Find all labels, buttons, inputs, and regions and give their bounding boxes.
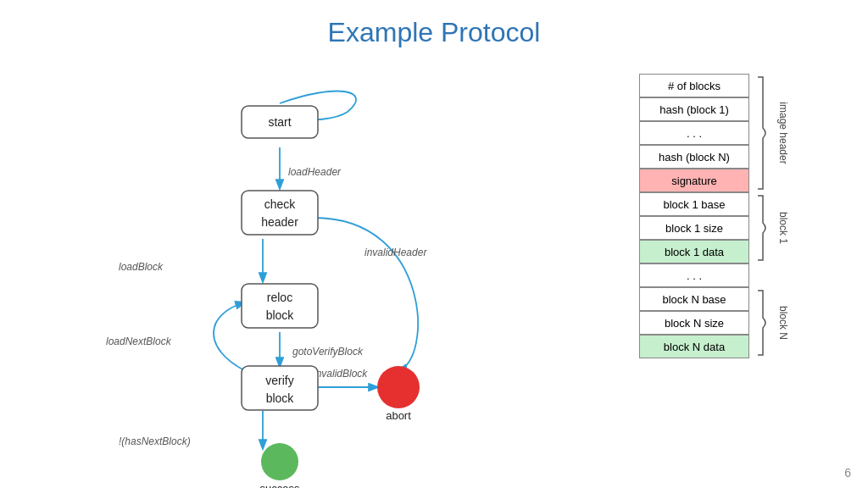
brace-label-block-1: block 1 xyxy=(777,212,789,244)
block-row-8: . . . xyxy=(639,263,749,287)
content-area: loadHeader loadBlock gotoVerifyBlock loa… xyxy=(34,57,834,472)
slide: Example Protocol loadHeader loadBlock xyxy=(0,0,868,488)
svg-point-25 xyxy=(261,443,298,480)
brace-block-N xyxy=(758,291,765,355)
block-row-4: signature xyxy=(639,169,749,192)
brace-image-header xyxy=(758,77,765,189)
block-row-3: hash (block N) xyxy=(639,145,749,169)
blocks-column: # of blockshash (block 1). . .hash (bloc… xyxy=(639,74,749,358)
fsm-svg: loadHeader loadBlock gotoVerifyBlock loa… xyxy=(34,57,475,472)
svg-text:verify: verify xyxy=(265,374,293,387)
svg-text:loadHeader: loadHeader xyxy=(288,166,342,178)
block-row-6: block 1 size xyxy=(639,216,749,240)
brace-label-image-header: image header xyxy=(777,102,789,164)
svg-text:invalidHeader: invalidHeader xyxy=(364,247,427,258)
block-row-9: block N base xyxy=(639,287,749,311)
svg-text:loadBlock: loadBlock xyxy=(119,261,164,273)
svg-text:!(hasNextBlock): !(hasNextBlock) xyxy=(119,435,191,447)
data-structure: # of blockshash (block 1). . .hash (bloc… xyxy=(639,74,834,358)
svg-text:header: header xyxy=(261,215,298,229)
brace-labels-svg: image headerblock 1block N xyxy=(749,74,834,358)
block-row-5: block 1 base xyxy=(639,192,749,216)
svg-text:success: success xyxy=(260,482,300,488)
svg-text:gotoVerifyBlock: gotoVerifyBlock xyxy=(292,346,364,358)
brace-block-1 xyxy=(758,196,765,260)
block-row-10: block N size xyxy=(639,311,749,335)
svg-text:block: block xyxy=(266,391,295,405)
page-number: 6 xyxy=(844,466,851,480)
svg-text:loadNextBlock: loadNextBlock xyxy=(106,336,172,347)
svg-text:abort: abort xyxy=(386,409,411,422)
slide-title: Example Protocol xyxy=(34,17,834,48)
svg-text:invalidBlock: invalidBlock xyxy=(314,368,368,380)
svg-text:reloc: reloc xyxy=(267,291,292,304)
svg-text:check: check xyxy=(264,197,297,211)
svg-text:start: start xyxy=(268,115,291,129)
block-row-1: hash (block 1) xyxy=(639,97,749,121)
block-row-11: block N data xyxy=(639,335,749,358)
block-row-7: block 1 data xyxy=(639,240,749,263)
block-row-0: # of blocks xyxy=(639,74,749,97)
brace-label-block-N: block N xyxy=(777,306,789,340)
svg-text:block: block xyxy=(266,308,295,322)
block-row-2: . . . xyxy=(639,121,749,145)
fsm-diagram: loadHeader loadBlock gotoVerifyBlock loa… xyxy=(34,57,475,472)
svg-point-23 xyxy=(377,366,420,408)
